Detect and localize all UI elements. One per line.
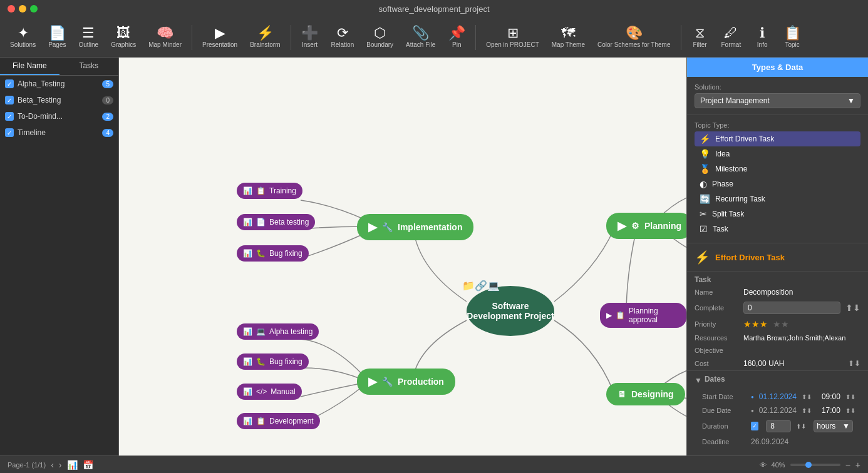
alpha-label: Alpha testing — [269, 327, 313, 336]
list-item[interactable]: ✓ To-Do-mind... 2 — [0, 108, 118, 125]
production-icon: ▶ — [368, 375, 377, 389]
node-planning[interactable]: ▶ ⚙ Planning — [606, 213, 686, 239]
eye-icon[interactable]: 👁 — [760, 461, 767, 469]
tab-tasks[interactable]: Tasks — [59, 58, 119, 75]
toolbar-color-schemes[interactable]: 🎨 Color Schemes for Theme — [592, 24, 676, 51]
priority-stars[interactable]: ★★★ — [743, 319, 768, 329]
zoom-slider[interactable] — [790, 464, 840, 466]
toolbar-relation[interactable]: ⟳ Relation — [326, 24, 359, 51]
toolbar-presentation[interactable]: ▶ Presentation — [197, 24, 242, 51]
type-task[interactable]: ☑ Task — [695, 221, 860, 236]
toolbar-brainstorm[interactable]: ⚡ Brainstorm — [245, 24, 285, 51]
topic-icon: 📋 — [784, 26, 801, 40]
checkbox-todo[interactable]: ✓ — [5, 112, 14, 121]
node-alpha-testing[interactable]: 📊 💻 Alpha testing — [237, 323, 319, 340]
left-sidebar: File Name Tasks ✓ Alpha_Testing 5 ✓ Beta… — [0, 58, 119, 455]
toolbar-insert[interactable]: ➕ Insert — [296, 24, 324, 51]
duration-input[interactable] — [766, 420, 791, 432]
duration-stepper[interactable]: ⬆⬇ — [796, 423, 806, 430]
maximize-button[interactable] — [30, 5, 38, 13]
start-time-stepper[interactable]: ⬆⬇ — [845, 394, 855, 400]
list-item[interactable]: ✓ Alpha_Testing 5 — [0, 76, 118, 92]
start-time-value[interactable]: 09:00 — [822, 392, 840, 401]
toolbar-open-project[interactable]: ⊞ Open in PROJECT — [481, 24, 544, 51]
due-date-value[interactable]: 02.12.2024 — [759, 406, 797, 415]
cost-stepper[interactable]: ⬆⬇ — [848, 359, 860, 368]
beta-label: Beta testing — [269, 218, 309, 226]
type-split[interactable]: ✂ Split Task — [695, 206, 860, 221]
toolbar-filter[interactable]: ⧖ Filter — [686, 24, 714, 51]
zoom-thumb[interactable] — [805, 462, 812, 468]
split-label: Split Task — [712, 210, 744, 218]
bugprod-icon: 📊 — [243, 357, 252, 366]
toolbar-info[interactable]: ℹ Info — [748, 24, 776, 51]
toolbar-solutions[interactable]: ✦ Solutions — [5, 24, 41, 51]
start-date-stepper[interactable]: ⬆⬇ — [802, 394, 812, 400]
due-time-value[interactable]: 17:00 — [822, 406, 840, 415]
zoom-in-icon[interactable]: + — [855, 460, 860, 470]
mindmap-canvas[interactable]: Software Development Project ▶ 🔧 Impleme… — [119, 58, 686, 455]
list-item[interactable]: ✓ Beta_Testing 0 — [0, 92, 118, 108]
due-time-stepper[interactable]: ⬆⬇ — [845, 407, 855, 414]
node-development[interactable]: 📊 📋 Development — [237, 413, 320, 429]
node-beta-testing[interactable]: 📊 📄 Beta testing — [237, 214, 315, 230]
toolbar-outline[interactable]: ☰ Outline — [74, 24, 104, 51]
type-idea[interactable]: 💡 Idea — [695, 146, 860, 161]
node-central[interactable]: Software Development Project — [467, 286, 554, 336]
checkbox-alpha[interactable]: ✓ — [5, 79, 14, 88]
next-page-button[interactable]: › — [59, 460, 62, 470]
checkbox-timeline[interactable]: ✓ — [5, 128, 14, 137]
zoom-out-icon[interactable]: − — [845, 460, 850, 470]
toolbar-boundary[interactable]: ⬡ Boundary — [361, 24, 398, 51]
minimize-button[interactable] — [19, 5, 26, 13]
toolbar-topic[interactable]: 📋 Topic — [778, 24, 806, 51]
open-project-icon: ⊞ — [507, 26, 519, 40]
effort-icon: ⚡ — [700, 134, 710, 144]
node-implementation[interactable]: ▶ 🔧 Implementation — [357, 214, 473, 240]
type-milestone[interactable]: 🏅 Milestone — [695, 161, 860, 176]
dates-collapse-icon[interactable]: ▼ — [695, 376, 702, 385]
window-controls[interactable] — [8, 5, 38, 13]
start-date-value[interactable]: 01.12.2024 — [759, 392, 797, 401]
solution-dropdown-icon: ▼ — [847, 96, 855, 105]
toolbar-attach-file[interactable]: 📎 Attach File — [401, 24, 440, 51]
prev-page-button[interactable]: ‹ — [51, 460, 54, 470]
duration-unit-select[interactable]: hours ▼ — [814, 420, 853, 432]
main-area: File Name Tasks ✓ Alpha_Testing 5 ✓ Beta… — [0, 58, 868, 455]
duration-checkbox[interactable]: ✓ — [751, 422, 758, 430]
close-button[interactable] — [8, 5, 15, 13]
complete-stepper[interactable]: ⬆⬇ — [845, 303, 860, 313]
node-production[interactable]: ▶ 🔧 Production — [357, 369, 455, 395]
type-recurring[interactable]: 🔄 Recurring Task — [695, 191, 860, 206]
toolbar-divider-1 — [192, 25, 192, 50]
node-bug-fixing-impl[interactable]: 📊 🐛 Bug fixing — [237, 245, 309, 262]
deadline-value[interactable]: 26.09.2024 — [751, 437, 853, 446]
implementation-icon: ▶ — [368, 220, 377, 234]
due-date-stepper[interactable]: ⬆⬇ — [802, 407, 812, 414]
topic-type-label: Topic Type: — [695, 121, 860, 129]
due-date-dot: ● — [751, 408, 754, 414]
bottom-bar: Page-1 (1/1) ‹ › 📊 📅 👁 40% − + — [0, 455, 868, 473]
complete-input[interactable] — [743, 302, 840, 314]
node-planning-approval[interactable]: ▶ 📋 Planning approval — [600, 303, 686, 328]
toolbar-pages[interactable]: 📄 Pages — [43, 24, 71, 51]
toolbar-format[interactable]: 🖊 Format — [716, 24, 747, 51]
tab-file-name[interactable]: File Name — [0, 58, 59, 75]
type-phase[interactable]: ◐ Phase — [695, 176, 860, 191]
toolbar-pin[interactable]: 📌 Pin — [443, 24, 470, 51]
priority-empty-stars[interactable]: ★★ — [773, 319, 789, 329]
split-icon: ✂ — [700, 209, 707, 219]
toolbar-map-minder[interactable]: 🧠 Map Minder — [143, 24, 187, 51]
toolbar-graphics[interactable]: 🖼 Graphics — [106, 24, 141, 51]
list-item[interactable]: ✓ Timeline 4 — [0, 125, 118, 141]
checkbox-beta[interactable]: ✓ — [5, 96, 14, 104]
bug-fixing-prod-label: Bug fixing — [269, 357, 302, 366]
node-training[interactable]: 📊 📋 Training — [237, 183, 302, 199]
toolbar-map-theme[interactable]: 🗺 Map Theme — [547, 24, 590, 51]
node-bug-fixing-prod[interactable]: 📊 🐛 Bug fixing — [237, 353, 309, 370]
node-manual[interactable]: 📊 </> Manual — [237, 384, 302, 400]
node-designing[interactable]: 🖥 Designing — [606, 383, 685, 405]
solution-select[interactable]: Project Management ▼ — [695, 93, 860, 108]
topic-type-section: Topic Type: ⚡ Effort Driven Task 💡 Idea … — [687, 115, 868, 243]
type-effort-driven[interactable]: ⚡ Effort Driven Task — [695, 131, 860, 146]
